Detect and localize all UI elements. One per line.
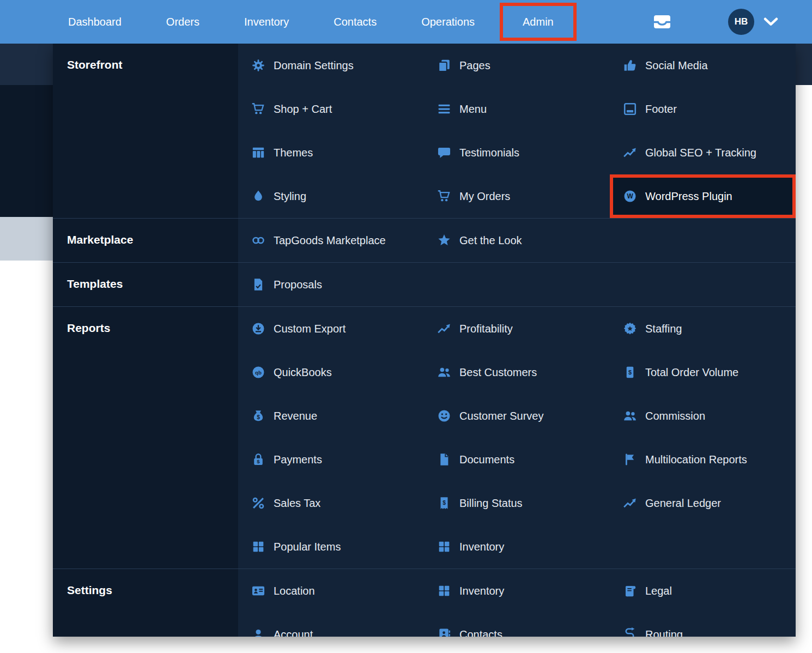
menu-item-location[interactable]: Location	[238, 569, 424, 613]
menu-item-label: Contacts	[459, 628, 502, 637]
section-label-settings: Settings	[53, 569, 238, 637]
svg-text:$: $	[257, 458, 260, 464]
menu-item-themes[interactable]: Themes	[238, 131, 424, 174]
svg-text:$: $	[257, 414, 260, 420]
user-icon	[251, 627, 265, 637]
menu-item-total-order-volume[interactable]: $Total Order Volume	[610, 350, 796, 394]
menu-item-label: Staffing	[645, 323, 682, 335]
menu-item-legal[interactable]: Legal	[610, 569, 796, 613]
hamburger-icon	[437, 102, 451, 116]
menu-item-label: Menu	[459, 103, 487, 116]
section-label-templates: Templates	[53, 263, 238, 306]
menu-item-inventory[interactable]: Inventory	[424, 525, 610, 569]
menu-item-label: Popular Items	[274, 541, 341, 553]
sidebar-remnant	[0, 85, 53, 217]
flag-icon	[623, 452, 637, 467]
money-bill-icon: $	[623, 365, 637, 379]
menu-item-label: WordPress Plugin	[645, 190, 732, 203]
menu-item-shop-cart[interactable]: Shop + Cart	[238, 87, 424, 131]
menu-section-storefront: StorefrontDomain SettingsPagesSocial Med…	[53, 44, 796, 218]
menu-item-custom-export[interactable]: Custom Export	[238, 307, 424, 350]
menu-item-global-seo-tracking[interactable]: Global SEO + Tracking	[610, 131, 796, 174]
menu-item-label: Best Customers	[459, 366, 537, 379]
file-icon	[437, 452, 451, 467]
menu-item-customer-survey[interactable]: Customer Survey	[424, 394, 610, 438]
admin-mega-menu: StorefrontDomain SettingsPagesSocial Med…	[53, 44, 796, 637]
chevron-down-icon[interactable]	[763, 17, 778, 27]
menu-item-social-media[interactable]: Social Media	[610, 44, 796, 87]
empty-cell	[610, 263, 796, 306]
app-screen: DashboardOrdersInventoryContactsOperatio…	[0, 0, 812, 653]
section-items: TapGoods MarketplaceGet the Look	[238, 219, 796, 262]
menu-item-wordpress-plugin[interactable]: WWordPress Plugin	[610, 174, 796, 218]
users-icon	[437, 365, 451, 379]
menu-item-general-ledger[interactable]: General Ledger	[610, 481, 796, 525]
menu-item-testimonials[interactable]: Testimonials	[424, 131, 610, 174]
inbox-icon[interactable]	[651, 12, 674, 32]
svg-text:qb: qb	[255, 370, 262, 376]
menu-item-tapgoods-marketplace[interactable]: TapGoods Marketplace	[238, 219, 424, 262]
lock-dollar-icon: $	[251, 452, 265, 467]
menu-item-popular-items[interactable]: Popular Items	[238, 525, 424, 569]
menu-section-reports: ReportsCustom ExportProfitabilityStaffin…	[53, 306, 796, 569]
menu-item-label: Social Media	[645, 59, 708, 72]
nav-item-orders[interactable]: Orders	[144, 0, 222, 44]
menu-item-multilocation-reports[interactable]: Multilocation Reports	[610, 438, 796, 481]
menu-item-sales-tax[interactable]: Sales Tax	[238, 481, 424, 525]
section-items: Custom ExportProfitabilityStaffingqbQuic…	[238, 307, 796, 569]
menu-item-label: Testimonials	[459, 147, 519, 159]
menu-item-commission[interactable]: Commission	[610, 394, 796, 438]
section-items: Proposals	[238, 263, 796, 306]
menu-item-label: Payments	[274, 454, 322, 466]
menu-item-billing-status[interactable]: $Billing Status	[424, 481, 610, 525]
grid-icon	[251, 540, 265, 554]
menu-item-label: QuickBooks	[274, 366, 332, 379]
menu-item-contacts[interactable]: Contacts	[424, 613, 610, 637]
menu-item-revenue[interactable]: $Revenue	[238, 394, 424, 438]
section-label-storefront: Storefront	[53, 44, 238, 218]
menu-item-quickbooks[interactable]: qbQuickBooks	[238, 350, 424, 394]
nav-item-operations[interactable]: Operations	[399, 0, 497, 44]
menu-item-label: Routing	[645, 628, 683, 637]
section-items: LocationInventoryLegalAccountContactsRou…	[238, 569, 796, 637]
menu-item-label: Themes	[274, 147, 313, 159]
menu-item-routing[interactable]: Routing	[610, 613, 796, 637]
menu-item-label: Location	[274, 585, 315, 597]
menu-item-account[interactable]: Account	[238, 613, 424, 637]
menu-item-my-orders[interactable]: My Orders	[424, 174, 610, 218]
avatar[interactable]: HB	[728, 9, 754, 35]
menu-item-label: Multilocation Reports	[645, 454, 747, 466]
empty-cell	[610, 219, 796, 262]
menu-item-label: Inventory	[459, 585, 504, 597]
menu-section-marketplace: MarketplaceTapGoods MarketplaceGet the L…	[53, 218, 796, 262]
menu-item-domain-settings[interactable]: Domain Settings	[238, 44, 424, 87]
menu-item-label: General Ledger	[645, 497, 721, 510]
menu-item-label: Total Order Volume	[645, 366, 738, 379]
menu-item-pages[interactable]: Pages	[424, 44, 610, 87]
menu-item-label: Inventory	[459, 541, 504, 553]
menu-item-staffing[interactable]: Staffing	[610, 307, 796, 350]
cart-icon	[437, 189, 451, 203]
nav-item-dashboard[interactable]: Dashboard	[46, 0, 144, 44]
menu-item-best-customers[interactable]: Best Customers	[424, 350, 610, 394]
nav-item-admin[interactable]: Admin	[500, 3, 577, 41]
menu-item-payments[interactable]: $Payments	[238, 438, 424, 481]
menu-item-get-the-look[interactable]: Get the Look	[424, 219, 610, 262]
menu-item-label: Styling	[274, 190, 306, 203]
menu-item-menu[interactable]: Menu	[424, 87, 610, 131]
menu-item-label: Domain Settings	[274, 59, 354, 72]
trend-up-icon	[623, 146, 637, 160]
menu-item-label: Customer Survey	[459, 410, 544, 422]
menu-item-label: Get the Look	[459, 234, 522, 247]
speech-bubble-icon	[437, 146, 451, 160]
menu-item-proposals[interactable]: Proposals	[238, 263, 424, 306]
menu-item-documents[interactable]: Documents	[424, 438, 610, 481]
nav-item-contacts[interactable]: Contacts	[311, 0, 399, 44]
menu-item-label: My Orders	[459, 190, 510, 203]
menu-item-inventory[interactable]: Inventory	[424, 569, 610, 613]
menu-item-label: Sales Tax	[274, 497, 320, 510]
menu-item-footer[interactable]: Footer	[610, 87, 796, 131]
menu-item-styling[interactable]: Styling	[238, 174, 424, 218]
menu-item-profitability[interactable]: Profitability	[424, 307, 610, 350]
nav-item-inventory[interactable]: Inventory	[222, 0, 311, 44]
